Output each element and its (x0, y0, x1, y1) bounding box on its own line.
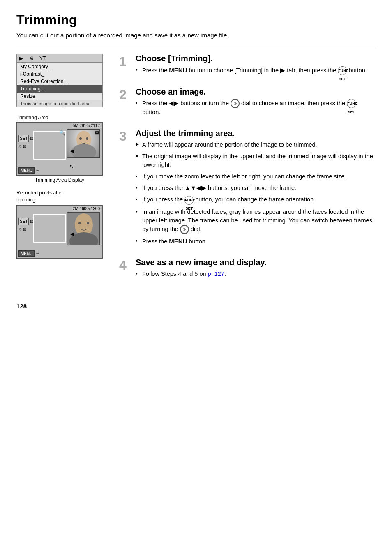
menu-btn-1: MENU (18, 167, 35, 174)
step-3-item-2: The original image will display in the u… (136, 152, 376, 169)
step-number-1: 1 (119, 55, 131, 68)
trim-controls-left: SET ⊡ ↺ ⊞ (18, 135, 33, 150)
trim-icon2-3: ⊞ (23, 226, 26, 233)
trim-display-1: 5M 2816x2112 SET ⊡ ↺ ⊞ (16, 122, 103, 176)
step-content-2: Choose an image. Press the ◀▶ buttons or… (136, 87, 376, 120)
trim-info-1: 5M 2816x2112 (72, 123, 101, 128)
step-1: 1 Choose [Trimming]. Press the MENU butt… (119, 54, 376, 78)
step-3-item-6: In an image with detected faces, gray fr… (136, 208, 376, 234)
step-2-item-1: Press the ◀▶ buttons or turn the ◎ dial … (136, 99, 376, 117)
recorded-pixels-label: Recorded pixels aftertrimming (16, 190, 111, 204)
menu-tooltip: Trims an image to a specified area (17, 100, 102, 107)
step-1-item-1: Press the MENU button to choose [Trimmin… (136, 66, 367, 75)
svg-point-7 (78, 222, 81, 224)
trim-frame-outline-2 (33, 214, 66, 243)
step-content-4: Save as a new image and display. Follow … (136, 258, 267, 281)
back-icon-1: ↩ (36, 168, 39, 173)
move-arrow-2: ◀ (70, 231, 74, 237)
menu-item-redeyecorrection: Red-Eye Correction_ (17, 78, 102, 85)
step-3: 3 Adjust the trimming area. A frame will… (119, 129, 376, 248)
magnify-icon: 🔍 (59, 130, 65, 136)
menu-item-trimming: Trimming... (17, 85, 102, 93)
trim-bottom-bar-1: MENU ↩ (18, 167, 39, 174)
menu-item-resize: Resize_ (17, 93, 102, 100)
menu-title-bar: ▶ 🖨 YT (17, 54, 102, 63)
trim-display-2: 2M 1600x1200 SET ⊡ ↺ ⊞ (16, 205, 103, 259)
step-1-heading: Choose [Trimming]. (136, 54, 367, 63)
step-3-item-4: If you press the ▲▼◀▶ buttons, you can m… (136, 184, 376, 192)
trim-bottom-bar-2: MENU ↩ (18, 250, 39, 257)
set-icon: SET (18, 135, 29, 142)
step-number-3: 3 (119, 130, 131, 143)
step-number-4: 4 (119, 259, 131, 272)
menu-screenshot: ▶ 🖨 YT My Category_ i-Contrast_ Red-Eye … (16, 54, 103, 107)
step-3-heading: Adjust the trimming area. (136, 129, 376, 138)
dial-icon-1: ◎ (231, 99, 240, 108)
dial-icon-2: ◎ (180, 225, 189, 234)
trim-preview-box-2 (67, 212, 100, 245)
face-svg-2 (67, 213, 100, 245)
left-column: ▶ 🖨 YT My Category_ i-Contrast_ Red-Eye … (16, 54, 111, 290)
menu-btn-2: MENU (18, 250, 35, 257)
step-2: 2 Choose an image. Press the ◀▶ buttons … (119, 87, 376, 120)
trim-icon3: ⊞ (23, 143, 26, 150)
move-arrow: ◀ (70, 148, 74, 154)
menu-tab-settings: YT (39, 56, 46, 61)
svg-point-3 (86, 137, 88, 140)
menu-tab-print: 🖨 (29, 56, 34, 61)
svg-point-1 (71, 144, 96, 158)
step-content-3: Adjust the trimming area. A frame will a… (136, 129, 376, 248)
menu-bold-1: MENU (169, 67, 187, 74)
func-icon-2: FUNCSET (347, 99, 356, 108)
back-icon-2: ↩ (36, 251, 39, 256)
page-title: Trimming (16, 12, 376, 28)
step-4: 4 Save as a new image and display. Follo… (119, 258, 376, 281)
step-2-heading: Choose an image. (136, 87, 376, 97)
right-column: 1 Choose [Trimming]. Press the MENU butt… (119, 54, 376, 290)
step-4-item-1: Follow Steps 4 and 5 on p. 127. (136, 270, 267, 278)
step-3-item-3: If you move the zoom lever to the left o… (136, 172, 376, 181)
menu-tab-play: ▶ (19, 56, 23, 61)
set-icon-2: SET (18, 218, 29, 225)
step-number-2: 2 (119, 88, 131, 101)
step-3-item-7: Press the MENU button. (136, 237, 376, 246)
step-3-item-5: If you press the FUNCSET button, you can… (136, 195, 376, 204)
menu-item-icontrast: i-Contrast_ (17, 70, 102, 78)
trim-controls-left-2: SET ⊡ ↺ ⊞ (18, 218, 33, 233)
page-number: 128 (16, 303, 376, 310)
trim-icon2: ↺ (18, 143, 22, 150)
func-icon-3: FUNCSET (184, 196, 194, 205)
trim-icon2-2: ↺ (18, 226, 22, 233)
trim-info-2: 2M 1600x1200 (72, 206, 101, 211)
page-link-127[interactable]: p. 127 (208, 271, 224, 277)
resize-icon-1: ⊠ (95, 130, 99, 136)
menu-item-mycategory: My Category_ (17, 63, 102, 70)
func-icon-1: FUNCSET (338, 66, 347, 75)
step-3-item-1: A frame will appear around the portion o… (136, 141, 376, 149)
trimming-area-label: Trimming Area (16, 115, 111, 120)
menu-bold-2: MENU (169, 238, 187, 245)
svg-point-8 (87, 222, 89, 224)
svg-point-2 (79, 137, 82, 140)
divider (16, 46, 376, 46)
cursor-handle: ↖ (69, 164, 74, 169)
step-4-heading: Save as a new image and display. (136, 258, 267, 267)
trimming-area-display-label: Trimming Area Display (16, 177, 103, 183)
step-content-1: Choose [Trimming]. Press the MENU button… (136, 54, 367, 78)
subtitle: You can cut out a portion of a recorded … (16, 32, 376, 39)
main-layout: ▶ 🖨 YT My Category_ i-Contrast_ Red-Eye … (16, 54, 376, 290)
